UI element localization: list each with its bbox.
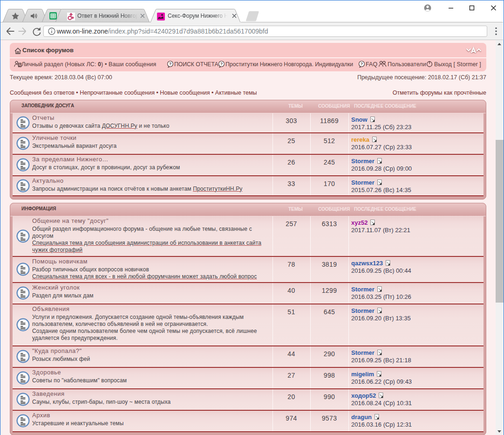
svg-text:?: ? <box>169 62 172 66</box>
svg-text:?: ? <box>361 62 363 66</box>
svg-text:?: ? <box>220 62 223 66</box>
